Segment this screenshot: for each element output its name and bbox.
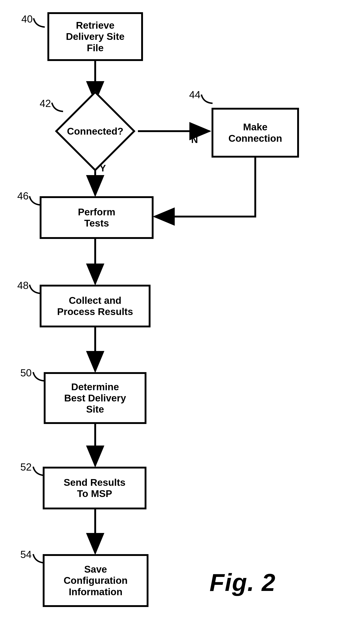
ref-tick-44 <box>200 94 214 105</box>
ref-44: 44 <box>189 89 200 101</box>
figure-label: Fig. 2 <box>210 568 276 596</box>
node-54-text: SaveConfigurationInformation <box>64 564 128 598</box>
edge-label-no: N <box>191 134 198 145</box>
edge-label-yes: Y <box>100 163 106 174</box>
ref-tick-50 <box>32 371 46 382</box>
edge-44-46 <box>154 158 255 216</box>
node-42: Connected? <box>67 103 124 160</box>
ref-40: 40 <box>21 13 33 25</box>
ref-tick-46 <box>28 195 43 206</box>
ref-46: 46 <box>17 190 29 202</box>
ref-tick-48 <box>28 284 43 295</box>
ref-tick-52 <box>32 466 46 477</box>
ref-50: 50 <box>20 367 32 379</box>
node-44: MakeConnection <box>212 108 299 158</box>
node-48: Collect andProcess Results <box>40 285 150 328</box>
ref-52: 52 <box>20 461 32 473</box>
ref-42: 42 <box>40 98 51 110</box>
node-42-text: Connected? <box>67 103 124 160</box>
node-52-text: Send ResultsTo MSP <box>64 477 126 499</box>
ref-54: 54 <box>20 549 32 560</box>
node-48-text: Collect andProcess Results <box>57 295 133 317</box>
ref-tick-54 <box>32 553 46 564</box>
node-40: RetrieveDelivery SiteFile <box>48 12 143 61</box>
ref-tick-42 <box>51 102 65 113</box>
node-46: PerformTests <box>40 196 154 239</box>
flowchart-canvas: RetrieveDelivery SiteFile 40 Connected? … <box>0 0 359 644</box>
node-54: SaveConfigurationInformation <box>43 554 148 607</box>
ref-48: 48 <box>17 280 29 292</box>
node-46-text: PerformTests <box>78 206 115 229</box>
node-44-text: MakeConnection <box>228 122 282 144</box>
ref-tick-40 <box>32 17 47 28</box>
node-50: DetermineBest DeliverySite <box>44 372 146 424</box>
node-50-text: DetermineBest DeliverySite <box>64 381 126 415</box>
node-52: Send ResultsTo MSP <box>43 467 146 510</box>
node-40-text: RetrieveDelivery SiteFile <box>66 20 124 54</box>
